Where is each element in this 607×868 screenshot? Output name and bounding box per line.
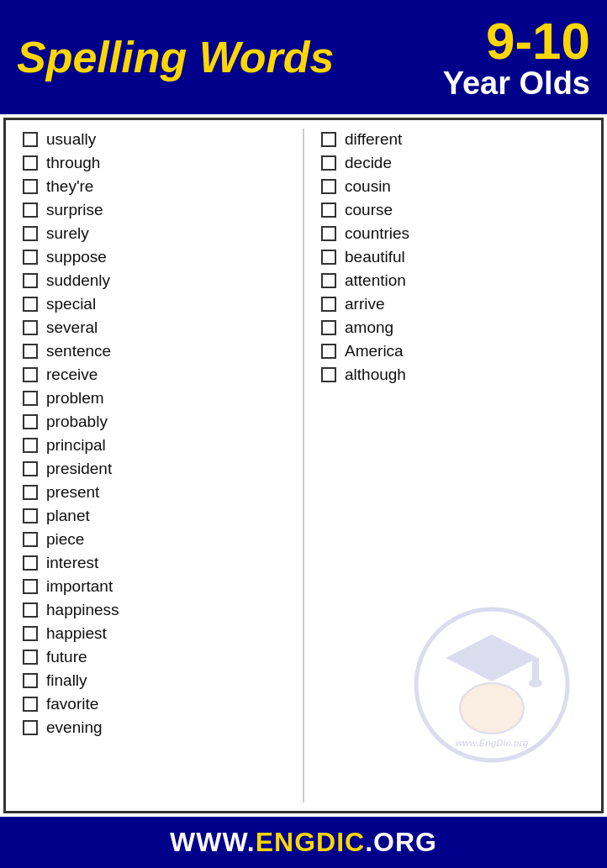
word-label: important	[46, 577, 113, 596]
word-label: arrive	[345, 295, 385, 313]
word-label: attention	[345, 271, 406, 290]
checkbox-icon[interactable]	[23, 532, 38, 547]
list-item: president	[23, 460, 294, 478]
checkbox-icon[interactable]	[23, 579, 38, 594]
header-age: 9-10 Year Olds	[443, 15, 590, 99]
list-item: suddenly	[23, 271, 294, 290]
checkbox-icon[interactable]	[23, 626, 38, 641]
checkbox-icon[interactable]	[23, 673, 38, 688]
checkbox-icon[interactable]	[23, 391, 38, 406]
checkbox-icon[interactable]	[23, 344, 38, 359]
footer-suffix: .ORG	[365, 827, 437, 857]
word-label: president	[46, 460, 112, 478]
checkbox-icon[interactable]	[23, 438, 38, 453]
checkbox-icon[interactable]	[321, 179, 336, 194]
checkbox-icon[interactable]	[321, 273, 336, 288]
checkbox-icon[interactable]	[23, 250, 38, 265]
checkbox-icon[interactable]	[321, 226, 336, 241]
checkbox-icon[interactable]	[321, 344, 336, 359]
footer-prefix: WWW.	[170, 827, 256, 857]
list-item: they're	[23, 177, 294, 196]
list-item: surprise	[23, 201, 294, 219]
list-item: beautiful	[321, 248, 593, 266]
list-item: sentence	[23, 342, 294, 360]
word-label: several	[46, 318, 98, 337]
word-list-container: usuallythroughthey'resurprisesurelysuppo…	[3, 118, 604, 813]
word-label: decide	[345, 154, 392, 172]
word-label: happiest	[46, 624, 107, 643]
checkbox-icon[interactable]	[23, 720, 38, 735]
list-item: evening	[23, 718, 294, 737]
checkbox-icon[interactable]	[23, 179, 38, 194]
word-label: America	[345, 342, 404, 360]
list-item: future	[23, 648, 294, 666]
checkbox-icon[interactable]	[23, 297, 38, 312]
list-item: happiest	[23, 624, 294, 643]
checkbox-icon[interactable]	[23, 414, 38, 429]
word-label: beautiful	[345, 248, 405, 266]
checkbox-icon[interactable]	[321, 297, 336, 312]
list-item: planet	[23, 507, 294, 525]
right-column: differentdecidecousincoursecountriesbeau…	[304, 120, 601, 811]
list-item: receive	[23, 366, 294, 384]
list-item: among	[321, 318, 593, 337]
page-footer: WWW.ENGDIC.ORG	[0, 817, 607, 868]
word-label: probably	[46, 413, 108, 431]
word-label: finally	[46, 671, 87, 690]
page-header: Spelling Words 9-10 Year Olds	[0, 0, 607, 114]
left-column: usuallythroughthey'resurprisesurelysuppo…	[6, 120, 303, 811]
list-item: special	[23, 295, 294, 313]
header-age-text: Year Olds	[443, 67, 590, 99]
word-label: cousin	[345, 177, 391, 196]
word-label: favorite	[46, 695, 98, 713]
word-label: countries	[345, 224, 409, 243]
list-item: countries	[321, 224, 593, 243]
checkbox-icon[interactable]	[23, 320, 38, 335]
list-item: present	[23, 483, 294, 502]
checkbox-icon[interactable]	[23, 155, 38, 171]
word-label: present	[46, 483, 99, 502]
word-label: future	[46, 648, 87, 666]
checkbox-icon[interactable]	[23, 367, 38, 382]
checkbox-icon[interactable]	[321, 250, 336, 265]
checkbox-icon[interactable]	[23, 650, 38, 665]
checkbox-icon[interactable]	[321, 203, 336, 218]
word-label: surely	[46, 224, 89, 243]
word-label: suddenly	[46, 271, 110, 290]
word-label: different	[345, 130, 402, 149]
list-item: attention	[321, 271, 593, 290]
checkbox-icon[interactable]	[23, 602, 38, 618]
checkbox-icon[interactable]	[321, 155, 336, 171]
checkbox-icon[interactable]	[23, 226, 38, 241]
list-item: happiness	[23, 601, 294, 619]
checkbox-icon[interactable]	[23, 273, 38, 288]
checkbox-icon[interactable]	[23, 555, 38, 571]
list-item: finally	[23, 671, 294, 690]
word-label: sentence	[46, 342, 111, 360]
list-item: surely	[23, 224, 294, 243]
list-item: principal	[23, 436, 294, 455]
checkbox-icon[interactable]	[23, 132, 38, 147]
word-label: evening	[46, 718, 103, 737]
checkbox-icon[interactable]	[321, 132, 336, 147]
checkbox-icon[interactable]	[23, 508, 38, 523]
word-label: piece	[46, 530, 84, 549]
list-item: America	[321, 342, 593, 360]
word-label: although	[345, 366, 406, 384]
list-item: cousin	[321, 177, 593, 196]
checkbox-icon[interactable]	[23, 203, 38, 218]
list-item: suppose	[23, 248, 294, 266]
checkbox-icon[interactable]	[23, 461, 38, 476]
checkbox-icon[interactable]	[321, 320, 336, 335]
word-label: principal	[46, 436, 106, 455]
checkbox-icon[interactable]	[23, 697, 38, 712]
word-label: usually	[46, 130, 96, 149]
list-item: different	[321, 130, 593, 149]
word-label: course	[345, 201, 393, 219]
checkbox-icon[interactable]	[23, 485, 38, 500]
list-item: usually	[23, 130, 294, 149]
checkbox-icon[interactable]	[321, 367, 336, 382]
header-age-number: 9-10	[443, 15, 590, 67]
list-item: probably	[23, 413, 294, 431]
list-item: course	[321, 201, 593, 219]
